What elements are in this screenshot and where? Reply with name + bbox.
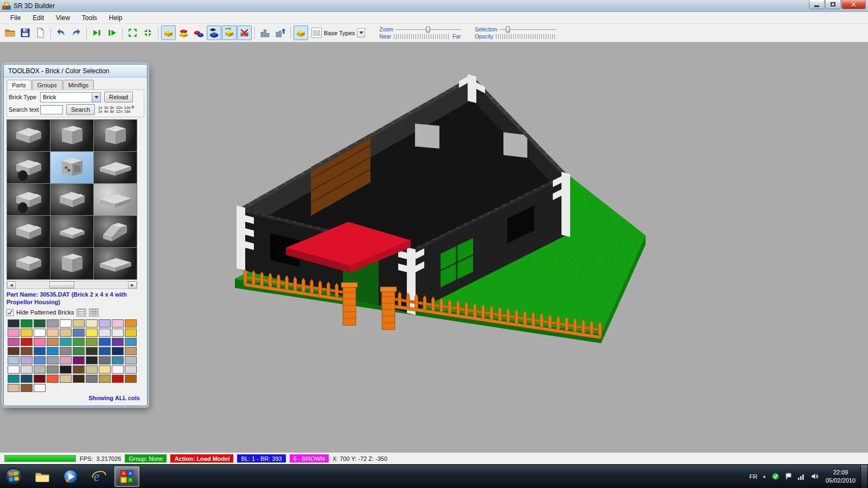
combo-arrow-icon[interactable] (92, 93, 100, 102)
opacity-slider[interactable] (500, 27, 556, 33)
part-cell[interactable] (50, 184, 93, 215)
rotate-brick-button[interactable] (222, 25, 237, 40)
color-swatch[interactable] (34, 375, 46, 383)
scrollbar-thumb[interactable] (49, 281, 74, 288)
viewport-3d[interactable]: TOOLBOX - Brick / Color Selection PartsG… (0, 42, 868, 452)
new-model-button[interactable] (33, 25, 48, 40)
search-button[interactable]: Search (66, 104, 95, 115)
menu-view[interactable]: View (50, 13, 76, 23)
color-swatch[interactable] (99, 347, 111, 355)
move-brick-button[interactable] (207, 25, 221, 40)
save-model-button[interactable] (18, 25, 33, 40)
color-swatch[interactable] (47, 365, 59, 374)
tray-expand-icon[interactable]: ▲ (762, 474, 767, 479)
color-swatch[interactable] (21, 356, 33, 364)
color-swatch[interactable] (112, 365, 124, 374)
color-swatch[interactable] (125, 329, 137, 337)
scale-option[interactable]: 12x (116, 110, 123, 114)
color-swatch[interactable] (86, 329, 98, 337)
color-swatch[interactable] (60, 375, 72, 383)
redo-button[interactable] (69, 25, 84, 40)
part-cell[interactable] (94, 216, 137, 247)
chevron-down-icon[interactable] (357, 28, 365, 37)
part-cell[interactable] (94, 152, 137, 183)
color-swatch[interactable] (99, 319, 111, 328)
search-input[interactable] (40, 105, 63, 114)
color-swatch[interactable] (8, 319, 20, 328)
color-swatch[interactable] (47, 329, 59, 337)
color-swatch[interactable] (86, 319, 98, 328)
part-cell[interactable] (50, 248, 93, 279)
color-swatch[interactable] (125, 338, 137, 346)
scroll-right-button[interactable]: ▶ (128, 281, 137, 288)
tab-parts[interactable]: Parts (7, 80, 31, 89)
color-swatch[interactable] (21, 384, 33, 392)
color-swatch[interactable] (60, 356, 72, 364)
color-swatch[interactable] (21, 329, 33, 337)
color-swatch[interactable] (86, 338, 98, 346)
zoom-slider[interactable] (396, 27, 461, 33)
volume-icon[interactable] (810, 472, 819, 480)
color-swatch[interactable] (21, 365, 33, 374)
color-swatch[interactable] (34, 338, 46, 346)
scale-option[interactable]: 16x (124, 110, 131, 114)
list-view-button[interactable] (76, 309, 86, 317)
toolbox-titlebar[interactable]: TOOLBOX - Brick / Color Selection (4, 65, 147, 78)
scrollbar-track[interactable] (16, 281, 128, 288)
part-cell[interactable] (7, 152, 50, 183)
color-swatch[interactable] (99, 375, 111, 383)
part-cell-selected[interactable] (50, 152, 93, 183)
hide-levels-button[interactable] (258, 25, 272, 40)
part-cell[interactable] (94, 184, 137, 215)
show-desktop-button[interactable] (860, 465, 867, 488)
color-swatch[interactable] (8, 375, 20, 383)
color-swatch[interactable] (34, 356, 46, 364)
color-swatch[interactable] (34, 329, 46, 337)
color-swatch[interactable] (60, 347, 72, 355)
color-swatch[interactable] (47, 347, 59, 355)
color-swatch[interactable] (112, 319, 124, 328)
clock[interactable]: 22:09 05/02/2010 (826, 468, 856, 485)
color-swatch[interactable] (73, 347, 85, 355)
taskbar-explorer[interactable] (30, 466, 55, 487)
part-cell[interactable] (7, 120, 50, 151)
brick-type-select[interactable]: Brick (40, 92, 101, 102)
reload-button[interactable]: Reload (104, 92, 133, 102)
scale-option[interactable]: 2x (98, 110, 103, 114)
color-swatch[interactable] (112, 338, 124, 346)
stack-bricks-button[interactable] (176, 25, 191, 40)
tab-groups[interactable]: Groups (32, 80, 62, 89)
taskbar-sr3d-builder[interactable] (114, 466, 139, 487)
color-swatch[interactable] (73, 329, 85, 337)
color-swatch[interactable] (8, 338, 20, 346)
language-indicator[interactable]: FR (749, 473, 757, 480)
hide-patterned-checkbox[interactable] (7, 309, 14, 316)
scroll-left-button[interactable]: ◀ (7, 281, 16, 288)
open-model-button[interactable] (3, 25, 17, 40)
color-swatch[interactable] (34, 365, 46, 374)
part-cell[interactable] (7, 184, 50, 215)
part-cell[interactable] (94, 120, 137, 151)
add-brick-button[interactable] (161, 25, 176, 40)
update-tray-icon[interactable] (771, 472, 780, 480)
center-model-button[interactable] (141, 25, 155, 40)
insert-step-button[interactable] (90, 25, 104, 40)
color-swatch[interactable] (86, 356, 98, 364)
color-swatch[interactable] (73, 356, 85, 364)
maximize-button[interactable] (825, 0, 841, 9)
part-cell[interactable] (50, 216, 93, 247)
delete-brick-button[interactable] (237, 25, 252, 40)
close-button[interactable]: ✕ (841, 0, 866, 9)
color-swatch[interactable] (112, 347, 124, 355)
color-swatch[interactable] (112, 329, 124, 337)
color-swatch[interactable] (73, 338, 85, 346)
next-step-button[interactable] (105, 25, 119, 40)
color-swatch[interactable] (60, 329, 72, 337)
color-swatch[interactable] (47, 356, 59, 364)
scale-plus[interactable]: + (131, 105, 135, 110)
group-bricks-button[interactable] (192, 25, 206, 40)
menu-file[interactable]: File (4, 13, 27, 23)
color-swatch[interactable] (8, 347, 20, 355)
base-types-dropdown[interactable]: Base Types (311, 28, 365, 38)
color-swatch[interactable] (34, 384, 46, 392)
